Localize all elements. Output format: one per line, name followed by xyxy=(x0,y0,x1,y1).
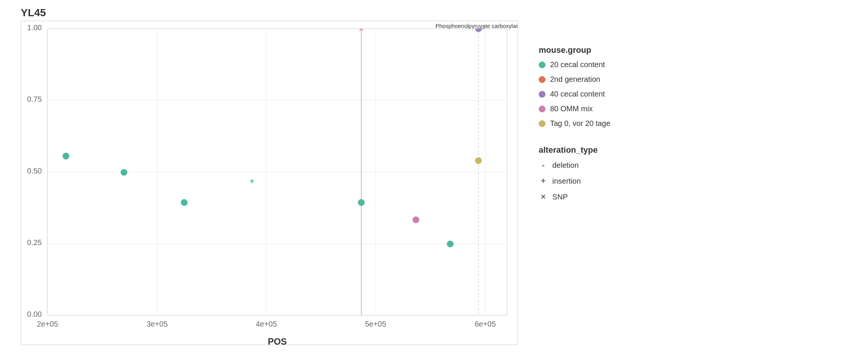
legend-alteration-title: alteration_type xyxy=(539,145,610,155)
legend-mouse-group-title: mouse.group xyxy=(539,45,610,55)
data-point-3 xyxy=(181,199,188,206)
y-label-025: 0.25 xyxy=(27,238,42,247)
x-axis-title: POS xyxy=(268,336,287,345)
gene-annotation-text: Phosphoenolpyruvate carboxylase xyxy=(436,23,518,29)
legend-dot-40cecal xyxy=(539,91,546,98)
legend-spacer xyxy=(539,134,610,145)
x-label-2e5: 2e+05 xyxy=(37,320,58,328)
data-point-10 xyxy=(475,157,482,164)
x-label-5e5: 5e+05 xyxy=(365,320,386,328)
legend-dot-20cecal xyxy=(539,61,546,68)
legend-label-2ndgen: 2nd generation xyxy=(550,75,600,84)
x-label-3e5: 3e+05 xyxy=(147,320,168,328)
y-label-050: 0.50 xyxy=(27,167,42,175)
legend-label-40cecal: 40 cecal content xyxy=(550,90,605,98)
data-point-7 xyxy=(413,216,419,223)
y-label-0: 0.00 xyxy=(27,310,42,318)
legend-label-20cecal: 20 cecal content xyxy=(550,60,605,69)
legend-item-40cecal: 40 cecal content xyxy=(539,90,610,98)
legend: mouse.group 20 cecal content 2nd generat… xyxy=(539,45,610,208)
legend-item-tag0: Tag 0, vor 20 tage xyxy=(539,119,610,128)
x-label-4e5: 4e+05 xyxy=(256,320,277,328)
x-label-6e5: 6e+05 xyxy=(475,320,496,328)
y-label-075: 0.75 xyxy=(27,95,42,103)
legend-item-deletion: - deletion xyxy=(539,160,610,170)
data-point-8 xyxy=(447,241,454,247)
legend-label-deletion: deletion xyxy=(552,161,579,170)
legend-item-2ndgen: 2nd generation xyxy=(539,75,610,84)
legend-label-snp: SNP xyxy=(552,193,568,201)
chart-svg: 0.00 0.25 0.50 0.75 1.00 2e+05 3e+05 4e+… xyxy=(21,21,518,345)
page: YL45 xyxy=(0,0,868,362)
chart-area: 0.00 0.25 0.50 0.75 1.00 2e+05 3e+05 4e+… xyxy=(21,21,518,345)
legend-symbol-insertion: + xyxy=(539,176,548,186)
legend-item-insertion: + insertion xyxy=(539,176,610,186)
legend-dot-80omm xyxy=(539,106,546,112)
data-point-5: × xyxy=(359,24,364,34)
legend-label-80omm: 80 OMM mix xyxy=(550,104,593,113)
legend-label-insertion: insertion xyxy=(552,177,581,186)
data-point-6 xyxy=(358,199,365,206)
legend-item-20cecal: 20 cecal content xyxy=(539,60,610,69)
data-point-4: + xyxy=(250,176,255,186)
data-points-group: + × xyxy=(63,24,482,247)
legend-item-80omm: 80 OMM mix xyxy=(539,104,610,113)
legend-dot-2ndgen xyxy=(539,76,546,83)
legend-label-tag0: Tag 0, vor 20 tage xyxy=(550,119,610,128)
data-point-2 xyxy=(121,169,127,176)
legend-dot-tag0 xyxy=(539,120,546,127)
y-label-100: 1.00 xyxy=(27,23,42,32)
chart-title: YL45 xyxy=(21,7,46,19)
data-point-1 xyxy=(63,153,69,160)
legend-symbol-snp: × xyxy=(539,192,548,202)
legend-symbol-deletion: - xyxy=(539,160,548,170)
legend-item-snp: × SNP xyxy=(539,192,610,202)
